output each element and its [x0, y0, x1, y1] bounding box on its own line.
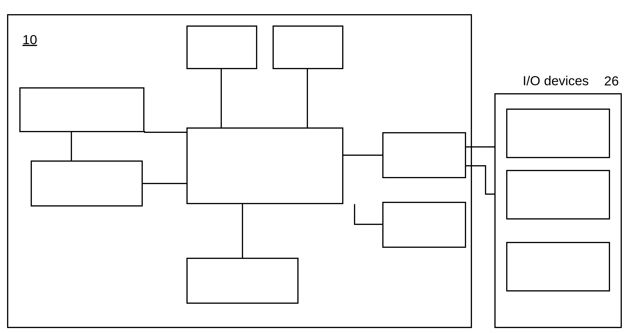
line-cpu-dda: [343, 154, 382, 156]
line-cpu-ddb-v: [354, 204, 355, 225]
io-devices-ref: 26: [604, 73, 619, 88]
line-accel-cpu-h: [144, 132, 186, 133]
line-dda-dun-h1: [466, 165, 486, 166]
accelerometer-box: [19, 87, 144, 132]
display-driver-b-box: [382, 202, 466, 248]
line-dda-dun-v: [485, 165, 486, 195]
line-mem-cpu: [221, 69, 222, 128]
rom-box: [272, 26, 343, 69]
line-accdrv-cpu: [143, 183, 186, 184]
io-devices-label: I/O devices: [523, 73, 589, 88]
display-unit-n-box: [506, 170, 610, 220]
line-cpu-comm: [242, 204, 243, 258]
line-rom-cpu: [307, 69, 308, 128]
main-memory-box: [186, 26, 257, 69]
other-io-box: [506, 242, 610, 292]
display-driver-a-box: [382, 132, 466, 178]
line-accel-accdrv: [71, 132, 72, 160]
system-ref: 10: [22, 32, 37, 47]
communication-link-box: [186, 258, 298, 304]
accelerometer-driver-box: [31, 160, 143, 206]
display-unit-1-box: [506, 108, 610, 158]
line-cpu-ddb-h: [354, 224, 382, 225]
cpu-box: [186, 128, 343, 204]
diagram-root: 10 main memory 18 ROM 20 Accelerometer 1…: [0, 0, 644, 333]
